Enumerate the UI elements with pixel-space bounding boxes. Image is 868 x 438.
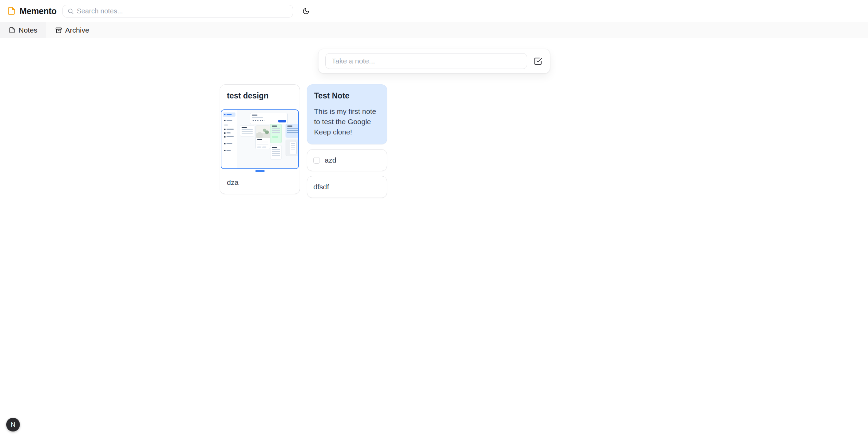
mini-toolbar-dots [252,120,265,121]
mini-sidebar [221,110,237,168]
mini-chip [257,146,261,148]
note-card-dfsdf[interactable]: dfsdf [307,176,387,198]
theme-toggle-button[interactable] [300,4,313,17]
user-avatar[interactable]: N [6,418,20,431]
mini-note-card-blue [286,124,299,138]
note-composer [318,49,550,73]
mini-card-body [256,138,270,149]
mini-sidebar-item [223,131,235,135]
mini-note-card-gray [286,140,299,156]
mini-bar [272,147,277,148]
app-title: Memento [20,6,57,16]
mini-button [278,120,286,122]
mini-note-card [270,145,282,159]
tab-strip: Notes Archive [0,22,868,38]
mini-sidebar-item [223,142,235,145]
mini-composer [250,113,288,124]
mini-text-lines [242,129,253,135]
tab-archive-label: Archive [65,26,89,34]
check-square-icon [534,57,542,66]
mini-sidebar-section-label [224,125,228,126]
mini-text-lines [287,128,298,134]
notes-grid: test design [220,84,648,198]
mini-text-lines [272,128,280,134]
mini-bar [242,127,247,128]
mini-bar [257,139,262,140]
mini-text-lines [257,142,268,145]
mini-text-lines [272,149,280,157]
mini-chips [257,146,268,148]
tab-notes[interactable]: Notes [0,22,46,38]
search-box[interactable] [62,5,293,17]
mini-phone-mockup [290,142,297,154]
mini-sidebar-item [223,149,235,152]
new-checklist-button[interactable] [531,54,545,68]
note-image-thumbnail [221,109,299,169]
mini-sidebar-item [223,118,235,122]
mini-note-card [255,125,270,149]
mini-sidebar-item [223,127,235,131]
masonry-column-2: Test Note This is my first note to test … [307,84,387,198]
mini-main-area [237,110,298,168]
mini-bar [272,126,277,127]
note-body: This is my first note to test the Google… [307,100,387,144]
mini-bar [252,115,257,116]
note-body: dfsdf [313,183,329,191]
note-body: dza [220,172,300,194]
search-icon [67,8,74,14]
tab-archive[interactable]: Archive [46,22,98,38]
take-a-note-input[interactable] [325,53,527,69]
archive-icon [55,27,62,34]
search-input[interactable] [77,7,288,15]
checklist-checkbox[interactable] [313,157,320,164]
mini-sidebar-spacer [223,145,235,149]
note-card-test-design[interactable]: test design [220,84,300,194]
mini-note-card [240,125,254,137]
note-card-azd[interactable]: azd [307,149,387,171]
mini-sidebar-item [223,135,235,139]
note-card-test-note[interactable]: Test Note This is my first note to test … [307,84,387,144]
mini-sidebar-active-item [223,113,235,117]
mini-text-lines [291,143,295,152]
mini-chip [262,146,266,148]
mini-green-pill [272,136,278,138]
masonry-column-1: test design [220,84,300,194]
mini-bar [252,117,263,118]
mini-photo [256,126,270,138]
mini-bar [287,126,292,127]
file-icon [9,27,15,34]
mini-sidebar-spacer [223,139,235,142]
app-header: Memento [0,0,868,22]
tab-notes-label: Notes [19,26,37,34]
mini-note-card-green [270,124,282,143]
moon-icon [302,8,310,15]
note-title: test design [220,85,300,100]
note-logo-icon [7,7,16,15]
checklist-item-text: azd [325,156,336,164]
note-title: Test Note [307,85,387,100]
